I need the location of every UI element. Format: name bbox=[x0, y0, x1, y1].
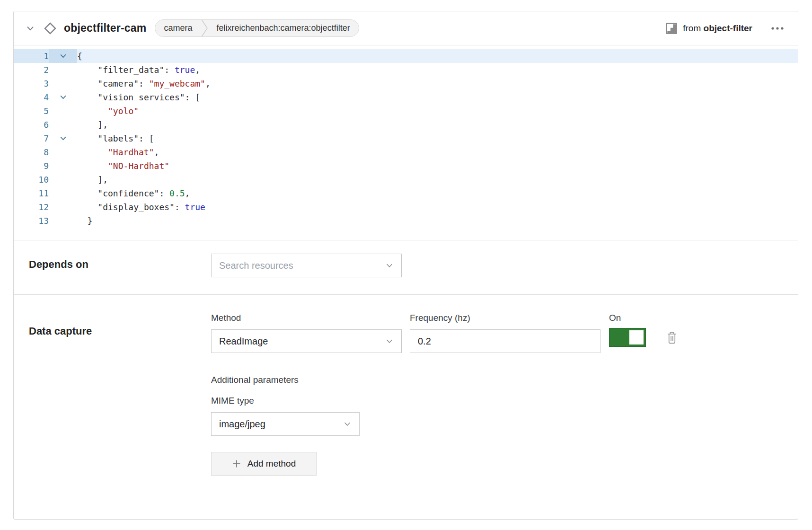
fold-gutter bbox=[49, 63, 77, 77]
frequency-input[interactable] bbox=[410, 329, 600, 353]
code-line: 3 "camera": "my_webcam", bbox=[14, 77, 798, 90]
frequency-label: Frequency (hz) bbox=[410, 313, 600, 323]
line-number: 11 bbox=[14, 186, 49, 200]
method-label: Method bbox=[211, 313, 402, 323]
code-line: 6 ], bbox=[14, 118, 798, 132]
additional-parameters-label: Additional parameters bbox=[211, 375, 783, 385]
line-number: 3 bbox=[14, 77, 49, 90]
fold-gutter bbox=[49, 77, 77, 90]
fold-gutter bbox=[49, 104, 77, 118]
module-from-text: from object-filter bbox=[683, 23, 752, 34]
code-text[interactable]: "filter_data": true, bbox=[77, 63, 798, 77]
line-number: 9 bbox=[14, 159, 49, 173]
capture-on-toggle[interactable] bbox=[609, 328, 646, 347]
module-steps-icon bbox=[665, 22, 678, 35]
toggle-knob bbox=[629, 330, 644, 344]
code-line: 4 "vision_services": [ bbox=[14, 90, 798, 104]
code-text[interactable]: ], bbox=[77, 118, 798, 132]
badge-chevron-divider-icon bbox=[201, 20, 208, 36]
fold-gutter bbox=[49, 159, 77, 173]
fold-gutter bbox=[49, 186, 77, 200]
data-capture-section: Data capture Method ReadImage Frequency … bbox=[14, 295, 798, 476]
collapse-chevron-icon[interactable] bbox=[25, 23, 35, 34]
code-line: 13 } bbox=[14, 214, 798, 228]
fold-gutter bbox=[49, 173, 77, 186]
code-line: 1{ bbox=[14, 49, 798, 63]
code-text[interactable]: "camera": "my_webcam", bbox=[77, 77, 798, 90]
code-text[interactable]: } bbox=[77, 214, 798, 228]
line-number: 6 bbox=[14, 118, 49, 132]
code-text[interactable]: "NO-Hardhat" bbox=[77, 159, 798, 173]
line-number: 10 bbox=[14, 173, 49, 186]
fold-gutter bbox=[49, 145, 77, 159]
line-number: 5 bbox=[14, 104, 49, 118]
mime-type-value: image/jpeg bbox=[219, 419, 338, 430]
code-text[interactable]: "vision_services": [ bbox=[77, 90, 798, 104]
resource-type-badge: camera felixreichenbach:camera:objectfil… bbox=[155, 19, 359, 37]
code-line: 12 "display_boxes": true bbox=[14, 200, 798, 214]
depends-on-section: Depends on Search resources bbox=[14, 240, 798, 294]
code-text[interactable]: "labels": [ bbox=[77, 132, 798, 145]
code-text[interactable]: "confidence": 0.5, bbox=[77, 186, 798, 200]
code-line: 2 "filter_data": true, bbox=[14, 63, 798, 77]
line-number: 7 bbox=[14, 132, 49, 145]
diamond-icon bbox=[43, 21, 57, 35]
search-resources-placeholder: Search resources bbox=[219, 260, 380, 271]
line-number: 1 bbox=[14, 49, 49, 63]
fold-gutter bbox=[49, 118, 77, 132]
fold-gutter bbox=[49, 200, 77, 214]
chevron-down-icon bbox=[385, 337, 394, 345]
line-number: 8 bbox=[14, 145, 49, 159]
code-text[interactable]: "yolo" bbox=[77, 104, 798, 118]
plus-icon bbox=[232, 459, 241, 468]
toggle-on-label: On bbox=[609, 313, 678, 323]
line-number: 4 bbox=[14, 90, 49, 104]
ellipsis-menu-icon[interactable] bbox=[769, 23, 786, 34]
code-text[interactable]: ], bbox=[77, 173, 798, 186]
resource-card: objectfilter-cam camera felixreichenbach… bbox=[13, 11, 798, 520]
method-field: Method ReadImage bbox=[211, 313, 402, 353]
chevron-down-icon bbox=[385, 261, 394, 270]
code-text[interactable]: "Hardhat", bbox=[77, 145, 798, 159]
capture-toggle-group: On bbox=[609, 313, 678, 347]
fold-chevron-down-icon[interactable] bbox=[49, 90, 77, 104]
code-line: 8 "Hardhat", bbox=[14, 145, 798, 159]
code-line: 5 "yolo" bbox=[14, 104, 798, 118]
depends-on-label: Depends on bbox=[29, 254, 211, 277]
method-select[interactable]: ReadImage bbox=[211, 329, 402, 353]
method-value: ReadImage bbox=[219, 336, 380, 347]
badge-type-segment: camera bbox=[155, 20, 201, 36]
depends-on-search-select[interactable]: Search resources bbox=[211, 254, 402, 277]
frequency-field: Frequency (hz) bbox=[410, 313, 600, 353]
module-name: object-filter bbox=[704, 23, 752, 33]
module-source: from object-filter bbox=[665, 22, 752, 35]
code-text[interactable]: "display_boxes": true bbox=[77, 200, 798, 214]
add-method-label: Add method bbox=[247, 459, 296, 469]
resource-card-header: objectfilter-cam camera felixreichenbach… bbox=[14, 11, 798, 45]
resource-title: objectfilter-cam bbox=[64, 22, 146, 35]
line-number: 2 bbox=[14, 63, 49, 77]
fold-chevron-down-icon[interactable] bbox=[49, 49, 77, 63]
mime-type-label: MIME type bbox=[211, 396, 783, 406]
line-number: 12 bbox=[14, 200, 49, 214]
data-capture-label: Data capture bbox=[29, 313, 211, 476]
mime-type-select[interactable]: image/jpeg bbox=[211, 412, 360, 436]
badge-model-segment: felixreichenbach:camera:objectfilter bbox=[208, 20, 359, 36]
chevron-down-icon bbox=[343, 420, 352, 428]
code-line: 11 "confidence": 0.5, bbox=[14, 186, 798, 200]
add-method-button[interactable]: Add method bbox=[211, 452, 317, 476]
trash-icon[interactable] bbox=[666, 331, 678, 344]
line-number: 13 bbox=[14, 214, 49, 228]
fold-chevron-down-icon[interactable] bbox=[49, 132, 77, 145]
code-line: 9 "NO-Hardhat" bbox=[14, 159, 798, 173]
code-line: 10 ], bbox=[14, 173, 798, 186]
json-config-editor[interactable]: 1{2 "filter_data": true,3 "camera": "my_… bbox=[14, 45, 798, 240]
fold-gutter bbox=[49, 214, 77, 228]
code-text[interactable]: { bbox=[77, 49, 798, 63]
code-line: 7 "labels": [ bbox=[14, 132, 798, 145]
